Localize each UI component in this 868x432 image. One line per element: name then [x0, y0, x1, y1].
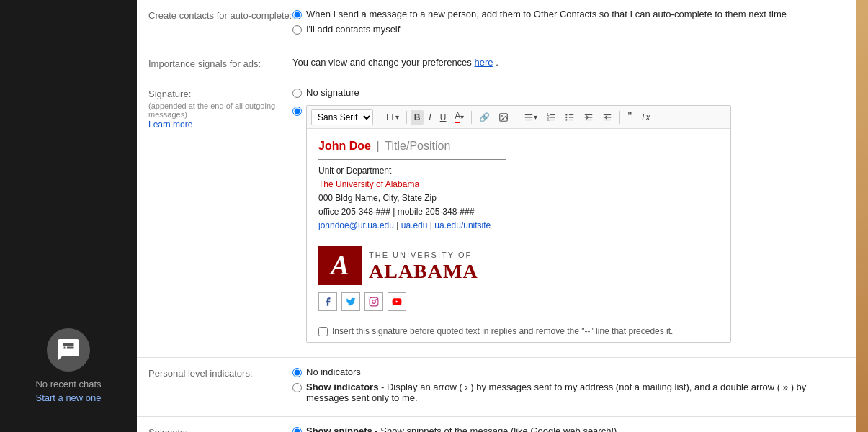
create-contacts-option1[interactable]: When I send a message to a new person, a…	[292, 9, 845, 19]
social-icons	[318, 292, 719, 311]
svg-point-15	[566, 114, 568, 115]
create-contacts-option2[interactable]: I'll add contacts myself	[292, 24, 845, 35]
personal-level-row: Personal level indicators: No indicators…	[137, 358, 856, 417]
sig-contact-links: johndoe@ur.ua.edu | ua.edu | ua.edu/unit…	[318, 219, 719, 232]
svg-point-17	[566, 119, 568, 120]
italic-btn[interactable]: I	[425, 110, 434, 125]
snippets-value: Show snippets - Show snippets of the mes…	[292, 426, 845, 432]
chat-icon: "	[47, 328, 90, 372]
svg-point-25	[372, 300, 376, 304]
sig-email-link[interactable]: johndoe@ur.ua.edu	[318, 220, 394, 230]
no-indicators-label: No indicators	[306, 366, 361, 377]
show-indicators-label: Show indicators - Display an arrow ( › )…	[306, 382, 845, 403]
sig-title: Title/Position	[385, 140, 450, 152]
editor-toolbar: Sans Serif TT ▾ B I U A ▾	[307, 106, 730, 129]
signature-label-text: Signature:	[148, 89, 191, 99]
signature-label: Signature: (appended at the end of all o…	[148, 87, 292, 130]
create-contacts-radio2[interactable]	[292, 25, 302, 35]
insert-signature-row: Insert this signature before quoted text…	[307, 320, 730, 342]
importance-signals-value: You can view and change your preferences…	[292, 57, 845, 68]
font-size-btn[interactable]: TT ▾	[381, 110, 403, 125]
sig-divider-2	[318, 238, 520, 238]
no-indicators-option[interactable]: No indicators	[292, 366, 845, 377]
link-btn[interactable]: 🔗	[475, 110, 493, 125]
ua-alabama: ALABAMA	[369, 261, 478, 282]
ua-a-letter: A	[318, 246, 362, 285]
show-indicators-radio[interactable]	[292, 383, 302, 392]
svg-point-2	[501, 115, 503, 117]
importance-signals-label: Importance signals for ads:	[148, 57, 292, 69]
personal-level-label: Personal level indicators:	[148, 366, 292, 379]
underline-btn[interactable]: U	[437, 110, 450, 125]
sig-unitsite-link[interactable]: ua.edu/unitsite	[434, 220, 491, 230]
create-contacts-row: Create contacts for auto-complete: When …	[137, 0, 856, 48]
instagram-icon[interactable]	[364, 292, 383, 311]
sig-separator: |	[377, 140, 380, 152]
sidebar: " No recent chats Start a new one	[0, 0, 137, 432]
sig-name: John Doe	[318, 140, 371, 152]
quote-btn[interactable]: "	[624, 109, 635, 125]
toolbar-sep-3	[471, 111, 472, 124]
show-snippets-radio[interactable]	[292, 427, 302, 432]
create-contacts-label: Create contacts for auto-complete:	[148, 9, 292, 21]
create-contacts-option2-label: I'll add contacts myself	[306, 24, 400, 35]
twitter-icon[interactable]	[341, 292, 360, 311]
outdent-btn[interactable]	[599, 110, 616, 125]
importance-signals-desc-end: .	[496, 57, 498, 68]
signature-sub-label: (appended at the end of all outgoing mes…	[148, 102, 292, 119]
toolbar-sep-5	[619, 111, 620, 124]
ua-logo: A THE UNIVERSITY OF ALABAMA	[318, 246, 478, 285]
text-color-btn[interactable]: A ▾	[451, 109, 467, 125]
importance-signals-link[interactable]: here	[474, 57, 493, 68]
clear-format-btn[interactable]: Tx	[637, 110, 653, 125]
chat-bubble-icon: "	[55, 337, 81, 363]
create-contacts-option1-label: When I send a message to a new person, a…	[306, 9, 787, 19]
signature-value: No signature Sans Serif TT ▾	[292, 87, 845, 348]
create-contacts-radio1[interactable]	[292, 10, 302, 19]
svg-rect-24	[370, 297, 378, 306]
bold-btn[interactable]: B	[411, 110, 424, 125]
svg-text:": "	[61, 342, 68, 359]
sig-university-link[interactable]: The University of Alabama	[318, 179, 419, 189]
sig-unit: Unit or Department	[318, 164, 719, 177]
no-recent-chats-label: No recent chats	[35, 379, 101, 390]
toolbar-sep-4	[516, 111, 516, 124]
no-indicators-radio[interactable]	[292, 368, 302, 377]
ua-logo-area: A THE UNIVERSITY OF ALABAMA	[318, 246, 719, 285]
signature-radio[interactable]	[292, 107, 302, 116]
svg-point-16	[566, 116, 568, 117]
start-new-one-link[interactable]: Start a new one	[35, 392, 101, 403]
sig-address: 000 Bldg Name, City, State Zip	[318, 192, 719, 204]
no-signature-label: No signature	[306, 87, 359, 98]
sig-phone: office 205-348-### | mobile 205-348-###	[318, 205, 719, 218]
snippets-row: Snippets: Show snippets - Show snippets …	[137, 417, 856, 432]
toolbar-sep-1	[377, 111, 377, 124]
no-signature-radio[interactable]	[292, 89, 302, 98]
signature-editor-body[interactable]: John Doe | Title/Position Unit or Depart…	[307, 129, 730, 320]
importance-signals-row: Importance signals for ads: You can view…	[137, 48, 856, 78]
learn-more-link[interactable]: Learn more	[148, 120, 192, 130]
youtube-icon[interactable]	[388, 292, 406, 311]
show-snippets-label: Show snippets - Show snippets of the mes…	[306, 426, 619, 432]
show-snippets-option[interactable]: Show snippets - Show snippets of the mes…	[292, 426, 845, 432]
indent-btn[interactable]	[580, 110, 597, 125]
svg-text:3.: 3.	[547, 117, 550, 121]
toolbar-sep-2	[406, 111, 407, 124]
importance-signals-desc: You can view and change your preferences	[292, 57, 472, 68]
insert-sig-checkbox[interactable]	[318, 327, 328, 336]
facebook-icon[interactable]	[318, 292, 337, 311]
ol-btn[interactable]: 1.2.3.	[542, 110, 560, 125]
sig-university: The University of Alabama	[318, 178, 719, 191]
image-btn[interactable]	[495, 110, 512, 125]
right-edge	[856, 0, 868, 432]
personal-level-value: No indicators Show indicators - Display …	[292, 366, 845, 408]
font-family-select[interactable]: Sans Serif	[311, 109, 373, 125]
sig-divider-1	[318, 159, 506, 160]
ul-btn[interactable]	[561, 110, 578, 125]
sig-uaedu-link[interactable]: ua.edu	[401, 220, 428, 230]
show-indicators-option[interactable]: Show indicators - Display an arrow ( › )…	[292, 382, 845, 403]
signature-row: Signature: (appended at the end of all o…	[137, 78, 856, 358]
ua-name-box: THE UNIVERSITY OF ALABAMA	[369, 249, 478, 282]
no-signature-option[interactable]: No signature	[292, 87, 845, 98]
align-btn[interactable]: ▾	[520, 110, 541, 125]
